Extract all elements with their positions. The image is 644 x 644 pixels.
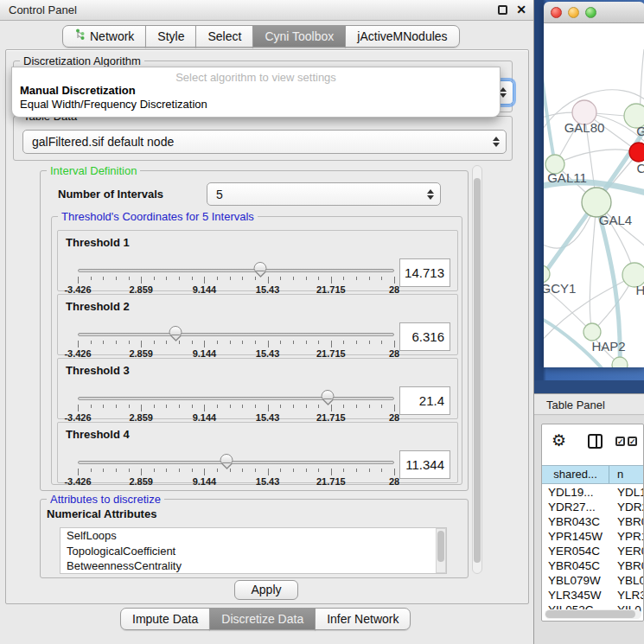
slider-tick [129, 277, 130, 280]
slider-track[interactable] [78, 461, 394, 464]
table-row[interactable]: YPR145WYPR1 [542, 529, 644, 544]
slider-tick [381, 469, 382, 472]
slider-scale-label: 28 [389, 476, 399, 487]
attribute-item[interactable]: TopologicalCoefficient [61, 544, 446, 559]
threshold-label: Threshold 4 [66, 428, 130, 441]
close-icon[interactable]: ✕ [516, 3, 526, 16]
slider-tick [356, 469, 357, 472]
tab-discretize-data[interactable]: Discretize Data [209, 608, 316, 630]
slider-tick [280, 405, 281, 408]
slider-tick [192, 405, 193, 408]
table-data-selected-value: galFiltered.sif default node [32, 135, 174, 149]
slider-tick [381, 277, 382, 280]
scrollbar-thumb[interactable] [437, 531, 444, 562]
algorithm-option-equal-width-frequency-discretization[interactable]: Equal Width/Frequency Discretization [12, 98, 500, 112]
cell-name: YBL0 [609, 573, 644, 588]
algorithm-dropdown-popup: Select algorithm to view settings Manual… [11, 67, 501, 118]
slider-track[interactable] [78, 397, 394, 400]
panel-vertical-scrollbar[interactable] [472, 165, 482, 574]
combo-stepper-icon [427, 189, 434, 200]
table-row[interactable]: YDL19...YDL1 [542, 485, 644, 500]
scrollbar-thumb[interactable] [474, 178, 481, 563]
slider-tick [343, 469, 344, 472]
table-row[interactable]: YBR043CYBR0 [542, 514, 644, 529]
table-row[interactable]: YER054CYER0 [542, 544, 644, 558]
tab-infer-network[interactable]: Infer Network [315, 608, 411, 630]
slider-tick [217, 277, 218, 280]
tab-select[interactable]: Select [195, 25, 253, 48]
network-window-titlebar [544, 2, 644, 23]
threshold-value-field[interactable] [399, 258, 450, 287]
network-node-label: HAP2 [591, 339, 625, 354]
table-row[interactable]: YDR27...YDR2 [542, 500, 644, 514]
network-canvas[interactable]: GAL80GCGAL11GAL4GCY1HHAP2 [544, 23, 644, 367]
control-panel-titlebar: Control Panel ✕ [0, 0, 533, 21]
column-layout-icon[interactable] [588, 434, 603, 449]
network-node-hap2[interactable] [583, 323, 601, 341]
apply-button[interactable]: Apply [234, 580, 298, 600]
column-header-name[interactable]: n [609, 466, 644, 483]
slider-tick [204, 469, 205, 475]
slider-tick [356, 405, 357, 408]
zoom-traffic-light-icon[interactable] [585, 7, 596, 18]
node-table: ⚙ ✓ ✓ shared... n YDL19...YDL1YDR27...YD… [541, 424, 644, 622]
dropdown-items: Manual DiscretizationEqual Width/Frequen… [12, 84, 500, 112]
float-window-icon[interactable] [498, 5, 507, 15]
cell-name: YER0 [609, 544, 644, 558]
tab-network[interactable]: Network [62, 25, 146, 48]
slider-tick [331, 277, 332, 284]
slider-tick [103, 341, 104, 344]
attribute-item[interactable]: SelfLoops [61, 528, 446, 544]
attribute-item[interactable]: BetweennessCentrality [61, 558, 446, 574]
algorithm-option-manual-discretization[interactable]: Manual Discretization [12, 84, 500, 98]
slider-tick [268, 405, 269, 411]
attributes-group: Attributes to discretize Numerical Attri… [40, 499, 469, 578]
slider-tick [306, 469, 307, 472]
network-node-c[interactable] [629, 143, 644, 162]
attributes-list-scrollbar[interactable] [436, 528, 446, 573]
threshold-value-field[interactable] [399, 386, 450, 415]
checkbox-icon[interactable]: ✓ [628, 437, 637, 446]
tab-cyni-toolbox[interactable]: Cyni Toolbox [252, 25, 346, 48]
threshold-value-field[interactable] [399, 322, 450, 351]
slider-tick [318, 341, 319, 344]
checkbox-icon[interactable]: ✓ [615, 437, 625, 446]
scrollbar-thumb[interactable] [545, 610, 635, 618]
slider-tick [394, 277, 395, 284]
number-of-intervals-combobox[interactable]: 5 [207, 182, 441, 206]
slider-tick [103, 469, 104, 472]
slider-thumb[interactable] [220, 454, 233, 463]
threshold-box-2: Threshold 2-3.4262.8599.14415.4321.71528 [57, 294, 458, 355]
slider-tick [78, 277, 79, 284]
slider-tick [230, 405, 231, 408]
table-data-combobox[interactable]: galFiltered.sif default node [22, 130, 507, 154]
tab-jactivemnodules[interactable]: jActiveMNodules [345, 25, 459, 48]
slider-thumb[interactable] [322, 390, 335, 399]
tab-impute-data[interactable]: Impute Data [120, 608, 210, 630]
threshold-value-field[interactable] [399, 450, 450, 479]
close-traffic-light-icon[interactable] [551, 7, 562, 18]
threshold-label: Threshold 1 [66, 236, 130, 249]
cell-shared-name: YLR345W [542, 588, 609, 603]
slider-tick [356, 341, 357, 344]
table-horizontal-scrollbar[interactable] [545, 609, 641, 619]
table-row[interactable]: YBL079WYBL0 [542, 573, 644, 588]
column-header-shared-name[interactable]: shared... [542, 466, 609, 483]
gear-icon[interactable]: ⚙ [552, 430, 566, 450]
table-row[interactable]: YBR045CYBR0 [542, 558, 644, 573]
threshold-box-1: Threshold 1-3.4262.8599.14415.4321.71528 [57, 230, 458, 291]
slider-tick [91, 405, 92, 408]
tab-style[interactable]: Style [145, 25, 196, 48]
slider-tick [369, 341, 370, 344]
table-row[interactable]: YLR345WYLR3 [542, 588, 644, 603]
network-node-unlabeled[interactable] [612, 357, 628, 367]
slider-thumb[interactable] [254, 262, 267, 271]
network-node-label: GAL80 [564, 120, 605, 135]
slider-thumb[interactable] [169, 326, 182, 335]
numerical-attributes-list[interactable]: SelfLoopsTopologicalCoefficientBetweenne… [60, 527, 447, 574]
threshold-label: Threshold 3 [66, 364, 130, 377]
slider-track[interactable] [78, 269, 394, 272]
slider-track[interactable] [78, 333, 394, 336]
cell-name: YDR2 [609, 500, 644, 514]
minimize-traffic-light-icon[interactable] [568, 7, 579, 18]
